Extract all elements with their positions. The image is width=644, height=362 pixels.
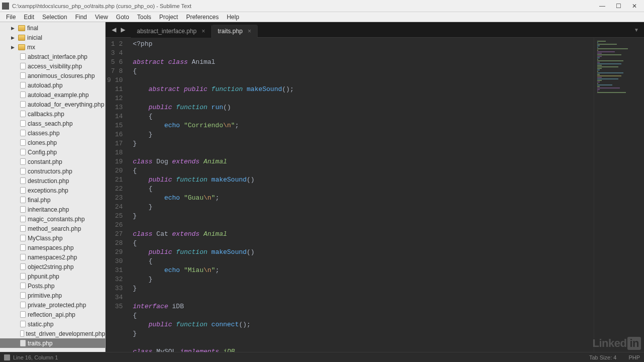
file-label: phpunit.php: [28, 273, 59, 280]
menu-view[interactable]: View: [91, 13, 112, 22]
file-label: static.php: [28, 321, 53, 328]
folder-mx[interactable]: ▶mx: [0, 42, 105, 52]
minimap[interactable]: [594, 38, 644, 352]
file-item[interactable]: autoload.php: [0, 80, 105, 90]
tab-bar: ◀ ▶ abstract_interface.php×traits.php× ▼: [106, 22, 644, 38]
file-icon: [20, 177, 26, 184]
file-icon: [20, 82, 26, 88]
tab-nav-arrows: ◀ ▶: [106, 26, 131, 34]
folder-label: inicial: [27, 34, 42, 41]
file-item[interactable]: inheritance.php: [0, 205, 105, 214]
file-item[interactable]: exceptions.php: [0, 186, 105, 195]
file-icon: [20, 340, 26, 346]
main-area: ▶final▶inicial▶mxabstract_interface.phpa…: [0, 22, 644, 352]
titlebar: C:\xampp\htdocs\curso_php_oo\traits.php …: [0, 0, 644, 12]
file-item[interactable]: namespaces.php: [0, 243, 105, 252]
file-label: autoload_for_everything.php: [28, 101, 104, 108]
folder-inicial[interactable]: ▶inicial: [0, 33, 105, 42]
file-icon: [20, 235, 26, 241]
menu-goto[interactable]: Goto: [112, 13, 133, 22]
window-controls: — ☐ ✕: [599, 3, 638, 10]
file-label: magic_constants.php: [28, 216, 85, 223]
file-icon: [20, 244, 26, 251]
code-container: 1 2 3 4 5 6 7 8 9 10 11 12 13 14 15 16 1…: [106, 38, 644, 352]
file-label: destruction.php: [28, 177, 69, 185]
tab-close-icon[interactable]: ×: [248, 28, 251, 35]
status-syntax[interactable]: PHP: [628, 354, 640, 360]
tab-abstract_interface-php[interactable]: abstract_interface.php×: [131, 25, 212, 38]
file-label: reflection_api.php: [28, 311, 75, 318]
tab-nav-forward-icon[interactable]: ▶: [119, 26, 127, 34]
file-icon: [20, 292, 26, 299]
file-label: callbacks.php: [28, 111, 64, 118]
window-title: C:\xampp\htdocs\curso_php_oo\traits.php …: [12, 3, 599, 9]
file-item[interactable]: constant.php: [0, 157, 105, 166]
editor-area: ◀ ▶ abstract_interface.php×traits.php× ▼…: [106, 22, 644, 352]
file-icon: [20, 197, 26, 203]
file-item[interactable]: object2string.php: [0, 262, 105, 272]
maximize-button[interactable]: ☐: [615, 3, 622, 10]
file-item[interactable]: autoload_example.php: [0, 90, 105, 100]
file-item[interactable]: phpunit.php: [0, 272, 105, 281]
menu-selection[interactable]: Selection: [38, 13, 71, 22]
file-item[interactable]: static.php: [0, 319, 105, 329]
tab-traits-php[interactable]: traits.php×: [212, 25, 258, 38]
file-item[interactable]: callbacks.php: [0, 109, 105, 119]
file-item[interactable]: namespaces2.php: [0, 252, 105, 262]
file-item[interactable]: constructors.php: [0, 166, 105, 176]
file-icon: [20, 72, 26, 79]
file-label: inheritance.php: [28, 206, 69, 213]
folder-icon: [18, 25, 25, 31]
menu-tools[interactable]: Tools: [133, 13, 155, 22]
file-item[interactable]: Posts.php: [0, 281, 105, 291]
file-item[interactable]: abstract_interface.php: [0, 52, 105, 61]
file-item[interactable]: Config.php: [0, 147, 105, 157]
file-icon: [20, 168, 26, 174]
file-label: MyClass.php: [28, 235, 62, 242]
menu-file[interactable]: File: [2, 13, 20, 22]
file-item[interactable]: reflection_api.php: [0, 310, 105, 319]
menu-find[interactable]: Find: [71, 13, 91, 22]
tab-overflow-icon[interactable]: ▼: [634, 27, 639, 33]
file-item[interactable]: destruction.php: [0, 176, 105, 186]
file-item[interactable]: autoload_for_everything.php: [0, 100, 105, 109]
status-icon[interactable]: [4, 354, 10, 360]
file-item[interactable]: method_search.php: [0, 224, 105, 233]
menu-help[interactable]: Help: [223, 13, 244, 22]
file-label: abstract_interface.php: [28, 53, 88, 60]
file-item[interactable]: private_protected.php: [0, 300, 105, 310]
file-item[interactable]: access_visibility.php: [0, 61, 105, 71]
minimize-button[interactable]: —: [599, 3, 606, 10]
folder-final[interactable]: ▶final: [0, 23, 105, 33]
file-item[interactable]: traits.php: [0, 338, 105, 348]
file-icon: [20, 225, 26, 232]
file-icon: [20, 158, 26, 165]
menu-edit[interactable]: Edit: [20, 13, 38, 22]
file-item[interactable]: test_driven_development.php: [0, 329, 105, 338]
file-item[interactable]: magic_constants.php: [0, 214, 105, 224]
menu-preferences[interactable]: Preferences: [182, 13, 223, 22]
close-button[interactable]: ✕: [631, 3, 638, 10]
file-icon: [20, 254, 26, 260]
tab-close-icon[interactable]: ×: [202, 28, 205, 35]
file-label: namespaces.php: [28, 244, 73, 251]
file-label: autoload_example.php: [28, 92, 89, 99]
status-tabsize[interactable]: Tab Size: 4: [589, 354, 616, 360]
file-icon: [20, 216, 26, 222]
file-item[interactable]: classes.php: [0, 128, 105, 138]
file-item[interactable]: final.php: [0, 195, 105, 205]
menu-project[interactable]: Project: [155, 13, 182, 22]
code-editor[interactable]: <?php abstract class Animal { abstract p…: [129, 38, 594, 352]
file-icon: [20, 263, 26, 270]
tab-nav-back-icon[interactable]: ◀: [110, 26, 118, 34]
file-item[interactable]: MyClass.php: [0, 233, 105, 243]
file-item[interactable]: clones.php: [0, 138, 105, 147]
file-icon: [20, 302, 26, 308]
file-item[interactable]: class_seach.php: [0, 119, 105, 128]
file-label: autoload.php: [28, 82, 62, 89]
file-item[interactable]: anonimous_closures.php: [0, 71, 105, 80]
file-icon: [20, 53, 26, 60]
tab-label: abstract_interface.php: [137, 28, 197, 35]
file-label: object2string.php: [28, 263, 73, 270]
file-item[interactable]: primitive.php: [0, 291, 105, 300]
